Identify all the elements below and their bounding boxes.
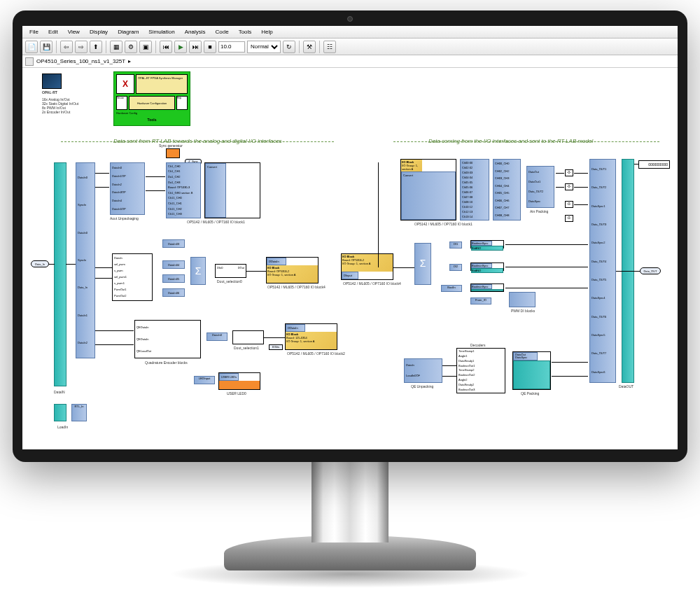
xilinx-sigma-block[interactable]: Σ	[190, 257, 206, 285]
di1[interactable]: DI1	[449, 241, 462, 248]
datain05[interactable]: DataIn05	[162, 274, 185, 283]
convert-block-right[interactable]: I/O Block I/O Group: 1, section A Conver…	[400, 159, 456, 220]
dout-sel-0-label: Dout_selection0	[217, 279, 242, 284]
from-io[interactable]: From_IO	[470, 298, 491, 304]
simulation-mode-select[interactable]: Normal	[247, 41, 281, 53]
monitor-stand-neck	[312, 458, 388, 542]
forward-button[interactable]: ⇨	[75, 41, 88, 53]
output-ports-bar[interactable]: Data_OUT1Data_OUT2 DataSync1Data_OUT3 Da…	[589, 159, 616, 383]
step-forward-button[interactable]: ⏭	[189, 41, 202, 53]
menu-edit[interactable]: Edit	[44, 27, 62, 36]
menu-help[interactable]: Help	[257, 27, 276, 36]
dout-selection-1[interactable]	[232, 330, 264, 344]
data-in-port[interactable]: Data_In	[31, 260, 49, 267]
menu-display[interactable]: Display	[85, 27, 112, 36]
io-block-center[interactable]: I/O Block Board: OP5353-2 I/O Group: 1, …	[341, 253, 393, 280]
new-button[interactable]: 📄	[25, 41, 38, 53]
unpack-p2: DataIn2	[111, 183, 144, 186]
settings-button[interactable]: ☷	[323, 41, 336, 53]
section-label-left: Data sent from RT-LAB towards the analog…	[113, 138, 282, 144]
opal-rt-title: OPAL-RT	[42, 90, 57, 94]
di2[interactable]: DI2	[449, 264, 462, 271]
explorer-button[interactable]: ▣	[139, 41, 152, 53]
sync-gen-block[interactable]	[166, 148, 180, 158]
monitor-bezel: File Edit View Display Diagram Simulatio…	[13, 10, 687, 462]
display-block[interactable]: 0000000000	[638, 160, 670, 169]
gain-0[interactable]: -0-	[565, 169, 573, 176]
ain-packing[interactable]: DataOutDataOut1 Data_OUT2DataSync	[526, 166, 554, 208]
qe-datain[interactable]: DataIn0	[206, 332, 227, 341]
gain-3[interactable]: -0-	[565, 215, 573, 222]
stop-button[interactable]: ■	[204, 41, 216, 53]
user-led-sub: USER LED0	[227, 391, 246, 396]
din-pack[interactable]	[509, 292, 536, 307]
io-block-4[interactable]: DDataIn I/O Block Board: OP5353-2 I/O Gr…	[266, 257, 318, 284]
back-button[interactable]: ⇦	[60, 41, 73, 53]
info-line-3: 2x Encoder In/Out	[42, 110, 70, 114]
aout-unpack-block[interactable]: DataIn0 DataIn1OP DataIn2 DataIn3OP Data…	[110, 162, 145, 215]
user-led-block[interactable]: USER LEDs	[218, 372, 260, 390]
menu-diagram[interactable]: Diagram	[113, 27, 143, 36]
model-canvas[interactable]: OPAL-RT 16x Analog In/Out 32x Static Dig…	[22, 68, 678, 449]
opal-rt-logo-block[interactable]	[42, 74, 62, 89]
datain03[interactable]: DataIn03	[162, 239, 185, 248]
save-button[interactable]: 💾	[40, 41, 52, 53]
help-block[interactable]: Help	[176, 96, 188, 110]
up-button[interactable]: ⬆	[90, 41, 102, 53]
convert-ch-list: Ch00:00Ch02:02 Ch03:03Ch04:04 Ch05:05Ch0…	[460, 159, 489, 220]
input-ports-bar[interactable]: DataIn0 SyncIn DataIn0 SyncIn Data_In Da…	[76, 162, 95, 358]
convert-block-left[interactable]: Convert	[204, 162, 260, 218]
menu-analysis[interactable]: Analysis	[181, 27, 210, 36]
led-input[interactable]: LEDInput	[194, 376, 215, 384]
bits-tag[interactable]: 8 Bits	[269, 344, 283, 350]
qe-unpacking[interactable]: DataIn LoadIn0OF	[404, 358, 442, 383]
menu-file[interactable]: File	[25, 27, 43, 36]
data-out-port[interactable]: Data_OUT	[640, 267, 661, 274]
hw-config-block[interactable]: Hardware Configuration	[129, 96, 175, 110]
port-in-4: Data_In	[76, 286, 94, 289]
fast-restart-button[interactable]: ↻	[283, 41, 295, 53]
datain-label: DataIN	[54, 390, 65, 394]
model-icon[interactable]	[25, 57, 34, 66]
bitand-1[interactable]: BooleanSyncBitAND	[470, 240, 504, 248]
model-name[interactable]: OP4510_Series_100_ns1_v1_325T	[36, 58, 125, 64]
pwm-subsystem[interactable]: DataInsel_pwm s_pwmsel_pwm1 s_pwm1PwmOut…	[112, 253, 153, 301]
rtl-port[interactable]: RTL_In	[71, 404, 87, 421]
bitand-2[interactable]: BooleanSyncBitAND	[470, 262, 504, 271]
fpga-config-block[interactable]: X OPAL-RT FPGA Synthesis Manager Version…	[113, 71, 190, 126]
port-in-5: DataIn1	[76, 314, 94, 317]
menu-simulation[interactable]: Simulation	[144, 27, 178, 36]
step-back-button[interactable]: ⏮	[160, 41, 172, 53]
port-in-2: DataIn0	[76, 232, 94, 234]
gain-2[interactable]: -0-	[565, 201, 573, 208]
decoders-block[interactable]: TimeStamp1Angle1 DataReady1BooleanOut1 T…	[456, 348, 505, 393]
menu-code[interactable]: Code	[211, 27, 233, 36]
stop-time-input[interactable]	[218, 41, 245, 52]
menu-tools[interactable]: Tools	[234, 27, 256, 36]
config-button[interactable]: ⚙	[125, 41, 137, 53]
datain04[interactable]: DataIn04	[162, 260, 185, 269]
toolbar: 📄 💾 ⇦ ⇨ ⬆ ▦ ⚙ ▣ ⏮ ▶ ⏭ ■ Normal ↻ ⚒	[22, 38, 678, 55]
qe-block[interactable]: QEDataIn QEDataIn QELoadOut	[134, 320, 201, 358]
data-in-bus[interactable]	[54, 162, 66, 386]
port-in-3: SyncIn	[76, 259, 94, 262]
datain06[interactable]: DataIn06	[162, 288, 185, 297]
sigma-right[interactable]: Σ	[414, 243, 431, 285]
bitand-3[interactable]: BooleanSync	[470, 284, 504, 292]
gain-1[interactable]: -0-	[565, 183, 573, 190]
io-block-4-sub: OP5142 / ML605 / OP7160 IO block4	[267, 285, 326, 289]
io-block-2[interactable]: DDataIn I/O Block Board: 125-0354 I/O Gr…	[285, 323, 337, 350]
ch-list-2: CH00_CH0CH02_CH2 CH03_CH3CH04_CH4 CH05_C…	[493, 159, 521, 220]
qe-packing[interactable]: DataOutDataSync	[512, 351, 551, 390]
build-button[interactable]: ⚒	[303, 41, 316, 53]
qe-block-label: Quadrature Encoder blocks	[145, 360, 188, 365]
run-button[interactable]: ▶	[174, 41, 187, 53]
menubar: File Edit View Display Diagram Simulatio…	[22, 26, 678, 38]
library-button[interactable]: ▦	[110, 41, 122, 53]
menu-view[interactable]: View	[64, 27, 84, 36]
boolin[interactable]: BoolIn	[441, 285, 462, 292]
qe-pack-label: QE Packing	[521, 391, 539, 396]
dout-selection-0[interactable]: DIn0DOut	[215, 264, 246, 278]
rtl-in-block[interactable]	[54, 404, 66, 421]
unpack-p1: DataIn1OP	[111, 175, 144, 178]
